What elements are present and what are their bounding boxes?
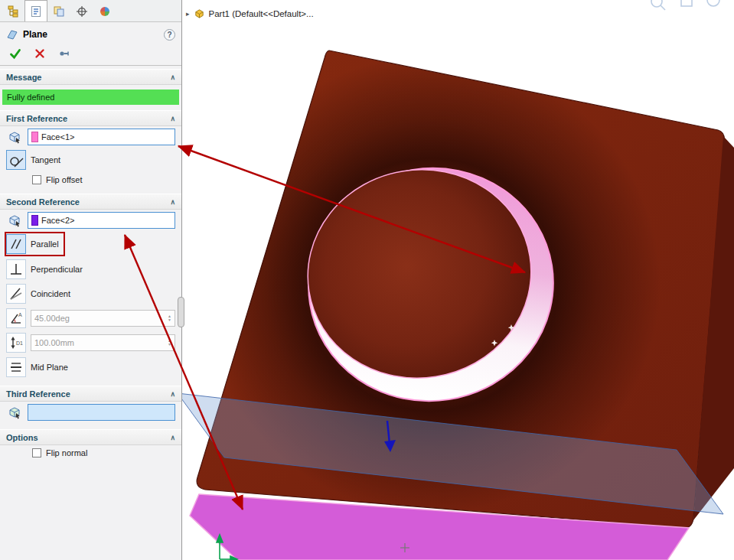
- angle-row: A 45.00deg ▲▼: [0, 306, 181, 330]
- graphics-viewport[interactable]: ▸ Part1 (Default<<Default>...: [182, 0, 734, 560]
- selection-cube-icon: [6, 129, 23, 145]
- selection-value: Face<1>: [41, 132, 74, 142]
- tangent-icon: [8, 152, 24, 168]
- section-header-second-reference[interactable]: Second Reference ∧: [0, 194, 181, 210]
- mid-plane-icon: [8, 360, 24, 375]
- section-header-first-reference[interactable]: First Reference ∧: [0, 110, 181, 126]
- second-reference-row: Face<2>: [0, 210, 181, 231]
- first-reference-selection-box[interactable]: Face<1>: [28, 129, 175, 145]
- selection-color-swatch-purple: [31, 215, 38, 226]
- mid-plane-button[interactable]: [6, 357, 26, 377]
- perpendicular-icon: [8, 262, 24, 277]
- distance-value: 100.00mm: [34, 338, 74, 347]
- first-reference-row: Face<1>: [0, 126, 181, 148]
- mid-plane-row: Mid Plane: [0, 355, 181, 379]
- perpendicular-button[interactable]: [6, 259, 26, 279]
- selection-color-swatch-pink: [31, 132, 38, 142]
- page-title: Plane: [23, 29, 47, 40]
- confirm-bar: [0, 44, 181, 66]
- 3d-scene[interactable]: [182, 0, 734, 560]
- status-badge: Fully defined: [2, 90, 179, 105]
- feature-header: Plane ?: [0, 22, 181, 44]
- plane-feature-icon: [6, 28, 18, 41]
- coincident-button[interactable]: [6, 284, 26, 304]
- section-label: Second Reference: [6, 197, 80, 207]
- third-reference-selection-box[interactable]: [28, 404, 175, 421]
- property-manager-panel: Plane ? Message ∧ Fully defined First Re…: [0, 0, 182, 560]
- second-reference-selection-box[interactable]: Face<2>: [28, 212, 175, 229]
- panel-splitter-handle[interactable]: [178, 297, 184, 327]
- angle-value: 45.00deg: [34, 314, 70, 323]
- parallel-label: Parallel: [31, 239, 59, 249]
- flip-normal-label: Flip normal: [46, 448, 87, 457]
- flip-offset-label: Flip offset: [46, 175, 83, 184]
- section-header-third-reference[interactable]: Third Reference ∧: [0, 386, 181, 402]
- tab-dimxpert-manager[interactable]: [70, 0, 93, 21]
- distance-input[interactable]: 100.00mm ▲▼: [31, 334, 175, 351]
- distance-icon: D1: [8, 335, 24, 350]
- mid-plane-label: Mid Plane: [31, 363, 68, 372]
- chevron-collapse-icon[interactable]: ∧: [170, 115, 175, 122]
- tab-display-manager[interactable]: [93, 0, 116, 21]
- view-toolbar-partial-icons[interactable]: [651, 0, 719, 10]
- section-label: Third Reference: [6, 389, 70, 399]
- coincident-row: Coincident: [0, 282, 181, 306]
- parallel-annotation-highlight: Parallel: [6, 233, 64, 255]
- breadcrumb[interactable]: ▸ Part1 (Default<<Default>...: [186, 8, 314, 19]
- view-cube-icon: [681, 0, 692, 6]
- third-reference-row: [0, 402, 181, 423]
- section-label: First Reference: [6, 114, 67, 123]
- cancel-button[interactable]: [34, 47, 46, 60]
- perpendicular-label: Perpendicular: [31, 265, 83, 274]
- svg-text:D1: D1: [16, 340, 23, 346]
- angle-icon: A: [8, 311, 24, 326]
- angle-button: A: [6, 308, 26, 328]
- section-header-options[interactable]: Options ∧: [0, 429, 181, 445]
- angle-spinner[interactable]: ▲▼: [168, 314, 171, 322]
- manager-tab-bar: [0, 0, 181, 22]
- perpendicular-row: Perpendicular: [0, 257, 181, 282]
- help-icon[interactable]: ?: [164, 29, 175, 41]
- flip-normal-row: Flip normal: [26, 445, 181, 461]
- chevron-collapse-icon[interactable]: ∧: [170, 198, 175, 206]
- chevron-collapse-icon[interactable]: ∧: [170, 73, 175, 81]
- selection-cube-icon: [6, 212, 23, 229]
- tab-property-manager[interactable]: [24, 0, 47, 21]
- coincident-icon: [8, 286, 24, 301]
- tab-feature-manager[interactable]: [2, 0, 24, 21]
- section-label: Message: [6, 73, 41, 82]
- svg-text:A: A: [18, 312, 22, 317]
- feature-tree-icon: [7, 5, 19, 18]
- flip-offset-checkbox[interactable]: [32, 175, 41, 184]
- breadcrumb-expand-arrow[interactable]: ▸: [186, 10, 190, 18]
- section-header-message[interactable]: Message ∧: [0, 69, 181, 85]
- chevron-collapse-icon[interactable]: ∧: [170, 434, 175, 441]
- flip-offset-row: Flip offset: [26, 172, 181, 187]
- parallel-row: Parallel: [0, 231, 181, 257]
- distance-spinner[interactable]: ▲▼: [168, 339, 171, 347]
- selection-value: Face<2>: [41, 216, 74, 225]
- pin-icon[interactable]: [58, 47, 70, 60]
- tangent-label: Tangent: [31, 155, 60, 164]
- ok-button[interactable]: [9, 47, 21, 60]
- parallel-button[interactable]: [6, 234, 26, 254]
- property-manager-icon: [30, 5, 42, 18]
- chevron-collapse-icon[interactable]: ∧: [170, 390, 175, 398]
- distance-button: D1: [6, 333, 26, 353]
- breadcrumb-text: Part1 (Default<<Default>...: [209, 9, 314, 18]
- distance-row: D1 100.00mm ▲▼: [0, 330, 181, 355]
- section-label: Options: [6, 433, 38, 442]
- coincident-label: Coincident: [31, 289, 70, 298]
- solidworks-window: Plane ? Message ∧ Fully defined First Re…: [0, 0, 734, 560]
- display-sphere-icon: [99, 5, 111, 18]
- tangent-row: Tangent: [0, 148, 181, 172]
- tab-configuration-manager[interactable]: [47, 0, 70, 21]
- parallel-icon: [8, 236, 24, 252]
- selection-cube-icon: [6, 404, 23, 421]
- angle-input[interactable]: 45.00deg ▲▼: [31, 310, 175, 327]
- configurations-icon: [53, 5, 65, 18]
- tangent-button[interactable]: [6, 150, 26, 170]
- flip-normal-checkbox[interactable]: [32, 448, 41, 457]
- part-icon: [194, 8, 205, 19]
- crosshair-icon: [76, 5, 88, 18]
